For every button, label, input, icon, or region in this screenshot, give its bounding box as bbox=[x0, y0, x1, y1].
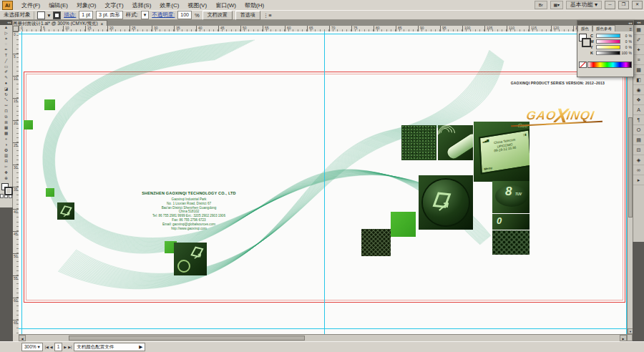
perspective-grid-tool[interactable]: ⊞ bbox=[0, 120, 12, 126]
window-restore-button[interactable]: ❐ bbox=[618, 1, 629, 9]
paragraph-panel-icon[interactable]: ¶ bbox=[633, 115, 644, 125]
menu-item[interactable]: 视图(V) bbox=[183, 1, 211, 10]
stroke-panel-icon[interactable]: ≡ bbox=[633, 55, 644, 65]
scroll-right-button[interactable]: ▶ bbox=[620, 335, 627, 341]
opentype-panel-icon[interactable]: O bbox=[633, 125, 644, 135]
shape-builder-tool[interactable]: ⧉ bbox=[0, 114, 12, 120]
slider-value[interactable]: 100 bbox=[622, 51, 628, 55]
prev-artboard-button[interactable]: ◀ bbox=[50, 345, 53, 349]
navigator-panel-icon[interactable]: ◈ bbox=[633, 155, 644, 165]
opacity-label[interactable]: 不透明度: bbox=[152, 11, 175, 19]
panel-fill-stroke-proxy[interactable] bbox=[579, 34, 589, 45]
artboard-number-select[interactable]: 1 bbox=[54, 343, 63, 351]
dropdown-arrow-icon[interactable]: ▾ bbox=[48, 12, 51, 19]
rectangle-tool[interactable]: ▭ bbox=[0, 64, 12, 70]
panel-toggle-icon[interactable]: ⋮≡ bbox=[263, 12, 272, 19]
workspace-switcher[interactable]: 基本功能 ▾ bbox=[566, 1, 602, 9]
width-tool[interactable]: ⇿ bbox=[0, 103, 12, 109]
slider-track[interactable] bbox=[596, 51, 620, 55]
layers-panel-icon[interactable]: ▤ bbox=[633, 135, 644, 145]
artboards-panel-icon[interactable]: ⊟ bbox=[633, 145, 644, 155]
panel-tab[interactable]: 颜色参考 bbox=[592, 25, 615, 31]
blob-brush-tool[interactable]: ● bbox=[0, 81, 12, 87]
preferences-button[interactable]: 首选项 bbox=[235, 11, 260, 20]
menu-item[interactable]: 文件(F) bbox=[17, 1, 44, 10]
arrange-documents-icon[interactable]: ▦▾ bbox=[550, 1, 563, 9]
scale-tool[interactable]: ⤡ bbox=[0, 97, 12, 103]
zoom-level-select[interactable]: 300% ▾ bbox=[21, 343, 43, 351]
next-artboard-button[interactable]: ▶ bbox=[64, 345, 67, 349]
tools-collapse-icon[interactable]: ◂◂ bbox=[0, 20, 12, 25]
paintbrush-tool[interactable]: ✐ bbox=[0, 69, 12, 75]
selection-tool[interactable]: ▲ bbox=[0, 25, 12, 31]
menu-item[interactable]: 效果(C) bbox=[155, 1, 183, 10]
stroke-weight-select[interactable]: 1 pt bbox=[79, 11, 93, 19]
window-minimize-button[interactable]: ─ bbox=[605, 1, 615, 9]
graphic-styles-panel-icon[interactable]: ❖ bbox=[633, 95, 644, 105]
dock-collapse-icon[interactable]: ◂◂ bbox=[633, 20, 644, 25]
blend-tool[interactable]: ◑ bbox=[0, 142, 12, 148]
bridge-icon[interactable]: Br bbox=[535, 1, 547, 9]
pencil-tool[interactable]: ✎ bbox=[0, 75, 12, 81]
actions-panel-icon[interactable]: ▸ bbox=[633, 175, 644, 185]
status-display[interactable]: 文档颜色配置文件 ▶ bbox=[74, 343, 145, 351]
eyedropper-tool[interactable]: ⌖ bbox=[0, 137, 12, 142]
horizontal-scrollbar[interactable]: ◀ ▶ bbox=[19, 334, 627, 341]
style-select[interactable]: ▾ bbox=[141, 11, 150, 19]
fill-stroke-proxy[interactable] bbox=[0, 182, 12, 194]
artboard-tool[interactable]: ⊟ bbox=[0, 159, 12, 165]
menu-item[interactable]: 选择(S) bbox=[128, 1, 156, 10]
mesh-tool[interactable]: ▦ bbox=[0, 125, 12, 131]
pen-tool[interactable]: ✒ bbox=[0, 47, 12, 53]
lasso-tool[interactable]: ◌ bbox=[0, 41, 12, 47]
hand-tool[interactable]: ✥ bbox=[0, 170, 12, 176]
free-transform-tool[interactable]: ⊡ bbox=[0, 109, 12, 114]
document-canvas[interactable]: GAOXINQI PRODUCT SERIES VERSION: 2012~20… bbox=[19, 31, 627, 334]
ruler-origin-box[interactable] bbox=[13, 26, 19, 31]
menu-item[interactable]: 对象(O) bbox=[72, 1, 101, 10]
symbols-panel-icon[interactable]: ✦ bbox=[633, 45, 644, 55]
none-color-swatch[interactable] bbox=[579, 62, 587, 68]
color-mode-button[interactable] bbox=[0, 194, 4, 198]
slider-value[interactable]: 0 bbox=[622, 45, 628, 49]
stroke-label[interactable]: 描边: bbox=[64, 11, 76, 19]
slice-tool[interactable]: ✂ bbox=[0, 165, 12, 170]
opacity-input[interactable]: 100 bbox=[177, 11, 192, 19]
slider-track[interactable] bbox=[596, 39, 620, 44]
menu-item[interactable]: 窗口(W) bbox=[211, 1, 240, 10]
links-panel-icon[interactable]: ∞ bbox=[633, 165, 644, 175]
stroke-color-swatch[interactable] bbox=[53, 11, 61, 19]
scroll-left-button[interactable]: ◀ bbox=[19, 335, 26, 341]
status-flyout-icon[interactable]: ▶ bbox=[139, 343, 142, 351]
line-segment-tool[interactable]: ╱ bbox=[0, 59, 12, 64]
brushes-panel-icon[interactable]: ✐ bbox=[633, 35, 644, 45]
slider-value[interactable]: 0 bbox=[622, 34, 628, 38]
character-panel-icon[interactable]: A bbox=[633, 105, 644, 115]
horizontal-scroll-thumb[interactable] bbox=[69, 336, 305, 341]
magic-wand-tool[interactable]: ✶ bbox=[0, 36, 12, 42]
zoom-tool[interactable]: ⊕ bbox=[0, 176, 12, 182]
menu-item[interactable]: 编辑(E) bbox=[44, 1, 72, 10]
window-close-button[interactable]: ✕ bbox=[632, 1, 643, 9]
gradient-panel-icon[interactable]: ▩ bbox=[633, 65, 644, 75]
menu-item[interactable]: 文字(T) bbox=[100, 1, 127, 10]
slider-track[interactable] bbox=[596, 34, 620, 38]
slider-track[interactable] bbox=[596, 45, 620, 49]
type-tool[interactable]: T bbox=[0, 53, 12, 59]
last-artboard-button[interactable]: ▶| bbox=[68, 345, 72, 349]
document-setup-button[interactable]: 文档设置 bbox=[203, 11, 233, 20]
brush-definition-select[interactable]: 3 pt. 圆形 bbox=[96, 11, 123, 19]
rotate-tool[interactable]: ↻ bbox=[0, 92, 12, 98]
appearance-panel-icon[interactable]: ◉ bbox=[633, 85, 644, 95]
eraser-tool[interactable]: ◪ bbox=[0, 87, 12, 92]
app-logo-icon[interactable]: Ai bbox=[2, 1, 13, 10]
color-spectrum-bar[interactable] bbox=[587, 62, 632, 68]
panel-tab[interactable]: 颜色 bbox=[577, 25, 592, 31]
transparency-panel-icon[interactable]: ◧ bbox=[633, 75, 644, 85]
menu-item[interactable]: 帮助(H) bbox=[240, 1, 268, 10]
swatches-panel-icon[interactable]: ▦ bbox=[633, 25, 644, 35]
stroke-proxy-swatch[interactable] bbox=[4, 187, 13, 195]
direct-selection-tool[interactable]: ▷ bbox=[0, 31, 12, 36]
gradient-tool[interactable]: ▩ bbox=[0, 131, 12, 137]
fill-color-swatch[interactable] bbox=[37, 11, 45, 19]
